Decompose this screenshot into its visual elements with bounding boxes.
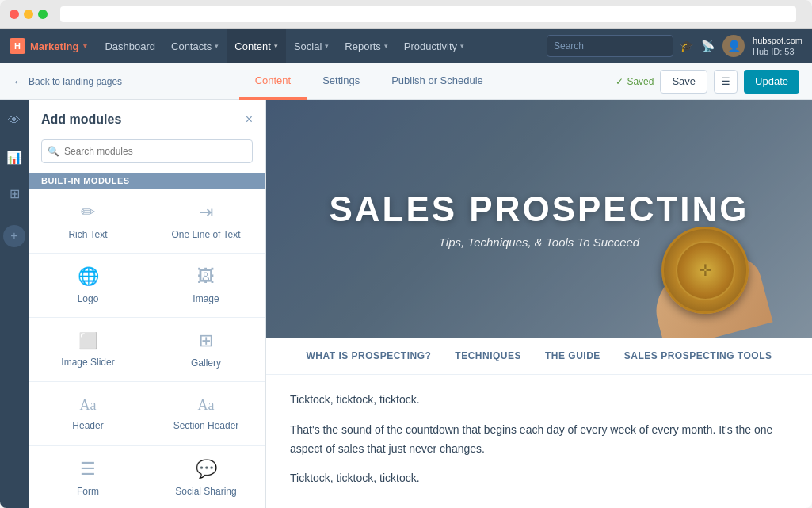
user-hub-id: Hub ID: 53 [753, 46, 802, 57]
module-panel-title: Add modules [41, 113, 121, 127]
avatar[interactable]: 👤 [722, 35, 745, 57]
module-rich-text-label: Rich Text [68, 229, 107, 240]
eye-icon[interactable]: 👁 [0, 109, 29, 132]
module-search-area: 🔍 [29, 139, 265, 173]
nav-content[interactable]: Content ▾ [227, 29, 286, 63]
rich-text-icon: ✏ [81, 202, 95, 223]
browser-dots [10, 10, 48, 19]
update-button[interactable]: Update [744, 70, 799, 94]
help-icon[interactable]: 🎓 [680, 40, 693, 52]
module-panel: Add modules × 🔍 BUILT-IN MODULES ✏ Rich … [29, 100, 266, 508]
saved-indicator: ✓ Saved [616, 76, 654, 87]
search-input[interactable] [547, 35, 673, 57]
module-image-slider[interactable]: ⬜ Image Slider [29, 318, 147, 381]
content-area: SALES PROSPECTING Tips, Techniques, & To… [266, 100, 812, 508]
saved-label: Saved [627, 76, 654, 87]
maximize-dot[interactable] [38, 10, 48, 19]
hero-title: SALES PROSPECTING [329, 189, 749, 229]
search-modules-input[interactable] [41, 139, 253, 163]
analytics-icon[interactable]: 📊 [0, 146, 29, 168]
modules-icon[interactable]: ⊞ [0, 182, 29, 204]
module-image[interactable]: 🖼 Image [147, 254, 265, 317]
one-line-text-icon: ⇥ [199, 202, 213, 223]
url-bar[interactable] [60, 6, 796, 22]
tab-settings[interactable]: Settings [307, 63, 376, 100]
hero-section: SALES PROSPECTING Tips, Techniques, & To… [266, 100, 812, 338]
secondary-nav: ← Back to landing pages Content Settings… [0, 63, 812, 100]
module-rich-text[interactable]: ✏ Rich Text [29, 189, 147, 253]
nav-items: Dashboard Contacts ▾ Content ▾ Social ▾ … [97, 29, 547, 63]
module-social-sharing-label: Social Sharing [175, 486, 236, 497]
module-social-sharing[interactable]: 💬 Social Sharing [147, 446, 265, 508]
para-3: Ticktock, ticktock, ticktock. [290, 469, 788, 488]
contacts-caret: ▾ [215, 42, 219, 50]
back-link-label: Back to landing pages [29, 76, 122, 87]
module-panel-header: Add modules × [29, 100, 265, 139]
image-slider-icon: ⬜ [78, 331, 98, 350]
logo-icon: 🌐 [78, 266, 99, 287]
section-label: BUILT-IN MODULES [29, 173, 265, 189]
productivity-caret: ▾ [460, 42, 464, 50]
page-tabs: Content Settings Publish or Schedule [239, 63, 499, 100]
hero-subtitle: Tips, Techniques, & Tools To Succeed [329, 235, 749, 249]
brand-caret: ▾ [83, 42, 87, 50]
social-sharing-icon: 💬 [196, 459, 217, 479]
search-icon: 🔍 [48, 146, 59, 157]
tab-content[interactable]: Content [239, 63, 307, 100]
module-one-line-text-label: One Line of Text [171, 229, 240, 240]
content-caret: ▾ [274, 42, 278, 50]
para-1: Ticktock, ticktock, ticktock. [290, 391, 788, 410]
nav-actions: ✓ Saved Save ☰ Update [616, 70, 799, 94]
minimize-dot[interactable] [24, 10, 33, 19]
page-nav-what-is[interactable]: WHAT IS PROSPECTING? [307, 350, 432, 361]
page-body: Ticktock, ticktock, ticktock. That's the… [266, 375, 812, 508]
social-caret: ▾ [325, 42, 329, 50]
back-link[interactable]: ← Back to landing pages [13, 75, 122, 88]
search-wrapper: 🔍 [41, 139, 253, 163]
module-form[interactable]: ☰ Form [29, 446, 147, 508]
gallery-icon: ⊞ [199, 330, 213, 351]
nav-right: 🎓 📡 👤 hubspot.com Hub ID: 53 [680, 35, 802, 58]
user-info: hubspot.com Hub ID: 53 [753, 35, 802, 58]
module-logo[interactable]: 🌐 Logo [29, 254, 147, 317]
module-form-label: Form [77, 486, 99, 497]
page-nav: WHAT IS PROSPECTING? TECHNIQUES THE GUID… [266, 338, 812, 375]
list-view-button[interactable]: ☰ [714, 70, 738, 94]
reports-caret: ▾ [384, 42, 388, 50]
page-nav-guide[interactable]: THE GUIDE [545, 350, 600, 361]
close-button[interactable]: × [246, 113, 253, 127]
left-icon-bar: 👁 📊 ⊞ + [0, 100, 29, 508]
user-domain: hubspot.com [753, 35, 802, 46]
save-button[interactable]: Save [660, 70, 707, 94]
page-nav-techniques[interactable]: TECHNIQUES [455, 350, 521, 361]
image-icon: 🖼 [197, 266, 215, 287]
module-image-label: Image [193, 293, 219, 304]
nav-reports[interactable]: Reports ▾ [337, 29, 396, 63]
tab-publish[interactable]: Publish or Schedule [376, 63, 499, 100]
add-button[interactable]: + [3, 225, 25, 247]
nav-productivity[interactable]: Productivity ▾ [396, 29, 472, 63]
page-nav-tools[interactable]: SALES PROSPECTING TOOLS [624, 350, 772, 361]
back-arrow-icon: ← [13, 75, 24, 88]
module-section-header[interactable]: Aa Section Header [147, 382, 265, 445]
module-logo-label: Logo [78, 293, 99, 304]
close-dot[interactable] [10, 10, 19, 19]
brand-logo[interactable]: H Marketing ▾ [10, 38, 97, 54]
module-header-label: Header [72, 420, 103, 431]
hubspot-icon: H [10, 38, 25, 54]
nav-contacts[interactable]: Contacts ▾ [163, 29, 227, 63]
module-header[interactable]: Aa Header [29, 382, 147, 445]
notifications-icon[interactable]: 📡 [701, 40, 715, 52]
nav-dashboard[interactable]: Dashboard [97, 29, 163, 63]
nav-social[interactable]: Social ▾ [286, 29, 337, 63]
compass-needle: ✛ [676, 241, 735, 300]
browser-chrome [0, 0, 812, 29]
para-2: That's the sound of the countdown that b… [290, 421, 788, 459]
module-one-line-text[interactable]: ⇥ One Line of Text [147, 189, 265, 253]
hero-content: SALES PROSPECTING Tips, Techniques, & To… [329, 189, 749, 249]
modules-grid: ✏ Rich Text ⇥ One Line of Text 🌐 Logo 🖼 … [29, 189, 265, 508]
top-nav: H Marketing ▾ Dashboard Contacts ▾ Conte… [0, 29, 812, 63]
brand-label: Marketing [30, 40, 78, 52]
module-gallery[interactable]: ⊞ Gallery [147, 318, 265, 381]
module-section-header-label: Section Header [173, 420, 239, 431]
